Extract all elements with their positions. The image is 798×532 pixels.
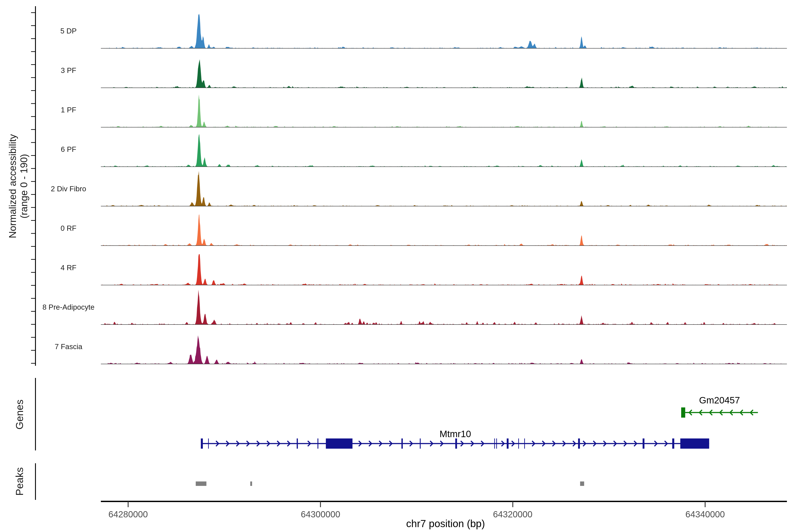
- track-label-4rf: 4 RF: [60, 264, 76, 272]
- x-tick-label-64320000: 64320000: [493, 509, 532, 519]
- x-axis-title: chr7 position (bp): [406, 518, 485, 530]
- track-label-0rf: 0 RF: [60, 224, 76, 232]
- track-label-7fascia: 7 Fascia: [55, 342, 82, 351]
- y-axis-label-line1: Normalized accessibility: [7, 134, 18, 238]
- x-tick-label-64300000: 64300000: [301, 509, 340, 519]
- track-label-3pf: 3 PF: [61, 66, 76, 75]
- track-label-2divfibro: 2 Div Fibro: [51, 185, 86, 193]
- track-label-1pf: 1 PF: [61, 106, 76, 114]
- x-tick-label-64280000: 64280000: [108, 509, 148, 519]
- genes-section-label: Genes: [14, 399, 25, 430]
- y-axis-label-line2: (range 0 - 190): [18, 154, 30, 218]
- gene-label-gm20457: Gm20457: [699, 395, 740, 406]
- genome-browser-figure: Normalized accessibility (range 0 - 190)…: [0, 0, 798, 532]
- track-label-6pf: 6 PF: [61, 145, 76, 154]
- x-tick-label-64340000: 64340000: [685, 509, 725, 519]
- gene-label-mtmr10: Mtmr10: [440, 429, 471, 439]
- track-label-5dp: 5 DP: [60, 27, 76, 35]
- track-label-8preadipocyte: 8 Pre-Adipocyte: [42, 303, 95, 311]
- peaks-section-label: Peaks: [14, 467, 25, 496]
- coverage-tracks-canvas: [0, 0, 798, 532]
